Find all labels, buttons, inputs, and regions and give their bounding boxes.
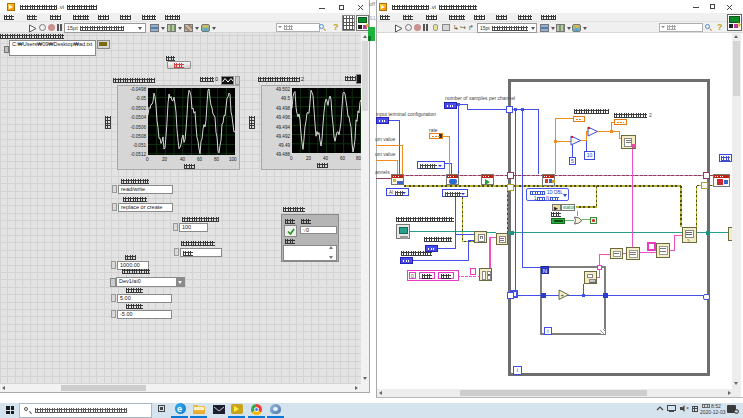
svg-text:+: + (561, 292, 565, 298)
